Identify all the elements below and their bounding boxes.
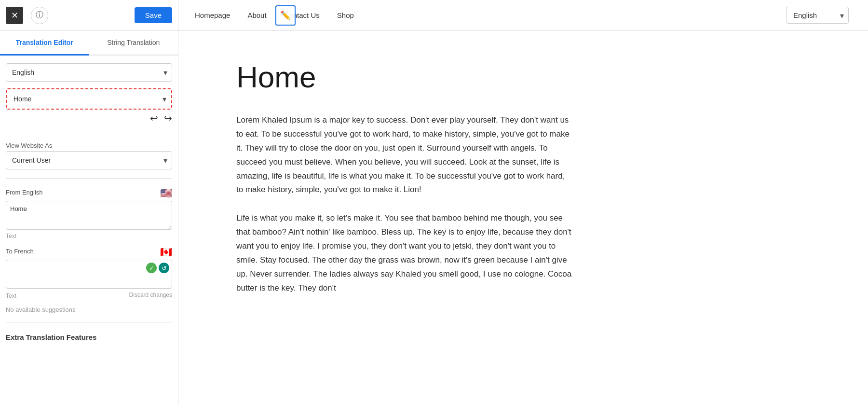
sidebar-content: EnglishFrench HomeAboutContact UsShop ↩ … xyxy=(0,56,178,351)
main-nav: Homepage About Contact Us ✏️ Shop Englis… xyxy=(178,7,868,24)
sidebar-divider-1 xyxy=(6,133,172,133)
save-button[interactable]: Save xyxy=(135,7,172,23)
main-content: Home Lorem Khaled Ipsum is a major key t… xyxy=(178,31,868,405)
to-french-section: To French 🇨🇦 ✓ ↺ Text Discard changes xyxy=(6,246,172,299)
view-as-select-wrapper: Current User Guest xyxy=(6,151,172,169)
arrow-forward-button[interactable]: ↪ xyxy=(164,112,172,124)
to-french-area: ✓ ↺ xyxy=(6,260,172,291)
view-as-select[interactable]: Current User Guest xyxy=(6,151,172,169)
sidebar-divider-2 xyxy=(6,178,172,179)
nav-item-contact[interactable]: Contact Us xyxy=(277,7,326,23)
tab-translation-editor[interactable]: Translation Editor xyxy=(0,31,89,56)
language-dropdown-wrap: EnglishFrenchSpanishGerman xyxy=(786,7,849,24)
discard-changes-link[interactable]: Discard changes xyxy=(129,292,172,299)
from-english-flag: 🇺🇸 xyxy=(160,187,172,199)
from-english-textarea[interactable] xyxy=(6,201,172,230)
paragraph-1: Lorem Khaled Ipsum is a major key to suc… xyxy=(236,113,574,197)
to-french-icons: ✓ ↺ xyxy=(146,263,169,273)
view-website-as-section: View Website As Current User Guest xyxy=(6,142,172,169)
nav-item-about[interactable]: About xyxy=(241,7,273,23)
top-bar-left: ✕ ⓘ Save xyxy=(0,0,178,30)
language-select-header[interactable]: EnglishFrenchSpanishGerman xyxy=(786,7,849,24)
accept-translation-button[interactable]: ✓ xyxy=(146,263,157,273)
refresh-translation-button[interactable]: ↺ xyxy=(159,263,169,273)
close-button[interactable]: ✕ xyxy=(6,7,23,24)
to-french-header: To French 🇨🇦 xyxy=(6,246,172,258)
from-english-section: From English 🇺🇸 Text xyxy=(6,187,172,239)
sidebar: Translation Editor String Translation En… xyxy=(0,31,178,405)
view-website-as-label: View Website As xyxy=(6,142,172,149)
page-select-outer: HomeAboutContact UsShop xyxy=(6,88,172,110)
page-title: Home xyxy=(236,60,829,94)
paragraph-2: Life is what you make it, so let's make … xyxy=(236,211,574,295)
from-english-header: From English 🇺🇸 xyxy=(6,187,172,199)
page-select[interactable]: HomeAboutContact UsShop xyxy=(8,90,170,108)
nav-item-shop[interactable]: Shop xyxy=(330,7,361,23)
extra-features-label: Extra Translation Features xyxy=(6,331,172,343)
sidebar-divider-3 xyxy=(6,322,172,322)
nav-arrows: ↩ ↪ xyxy=(6,112,172,124)
nav-item-homepage[interactable]: Homepage xyxy=(188,7,237,23)
tab-string-translation[interactable]: String Translation xyxy=(89,31,178,56)
from-english-hint: Text xyxy=(6,233,172,239)
page-select-wrapper: HomeAboutContact UsShop xyxy=(8,90,170,108)
to-french-flag: 🇨🇦 xyxy=(160,246,172,258)
suggestions-text: No available suggestions xyxy=(6,306,172,313)
language-select-wrapper: EnglishFrench xyxy=(6,63,172,82)
top-bar: ✕ ⓘ Save Homepage About Contact Us ✏️ Sh… xyxy=(0,0,868,31)
info-button[interactable]: ⓘ xyxy=(31,7,48,24)
language-dropdown-container: EnglishFrenchSpanishGerman xyxy=(786,7,849,24)
body-layout: Translation Editor String Translation En… xyxy=(0,31,868,405)
to-french-label: To French xyxy=(6,248,34,255)
discard-row: Text Discard changes xyxy=(6,292,172,299)
arrow-back-button[interactable]: ↩ xyxy=(150,112,158,124)
from-english-label: From English xyxy=(6,189,43,196)
language-select-sidebar[interactable]: EnglishFrench xyxy=(6,63,172,82)
to-french-hint: Text xyxy=(6,293,16,299)
nav-contact-wrap: Contact Us ✏️ xyxy=(277,7,326,23)
sidebar-tabs: Translation Editor String Translation xyxy=(0,31,178,56)
